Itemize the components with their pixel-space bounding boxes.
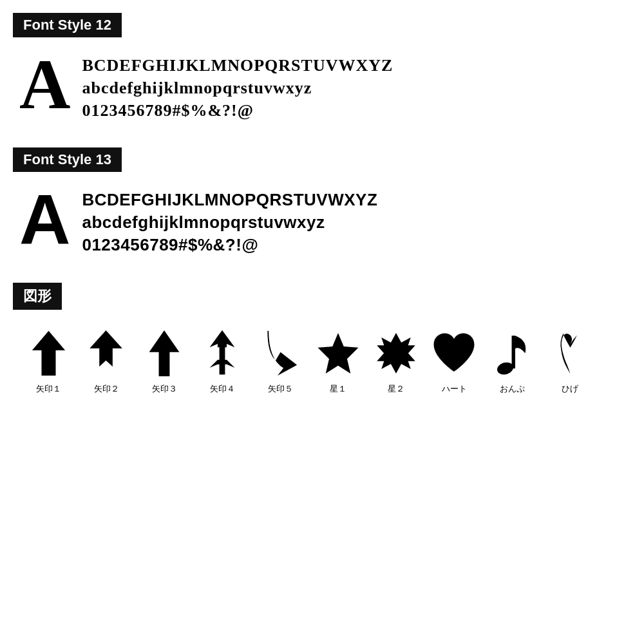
font-style-13-line3: 0123456789#$%&?!@	[82, 234, 377, 256]
shapes-badge: 図形	[13, 283, 62, 310]
shape-label-arrow2: 矢印２	[94, 383, 119, 395]
font-style-12-line3: 0123456789#$%&?!@	[82, 99, 393, 122]
shape-item-star1: 星１	[309, 328, 367, 395]
font-style-12-line2: abcdefghijklmnopqrstuvwxyz	[82, 77, 393, 99]
font-style-13-big-letter: A	[19, 184, 70, 254]
shape-label-star1: 星１	[330, 383, 346, 395]
shape-label-arrow1: 矢印１	[36, 383, 61, 395]
shape-icon-arrow4	[200, 328, 245, 379]
shape-icon-arrow3	[142, 328, 187, 379]
shape-label-arrow3: 矢印３	[152, 383, 177, 395]
shape-icon-arrow5	[258, 328, 303, 379]
font-style-12-badge: Font Style 12	[13, 13, 122, 37]
svg-marker-4	[210, 330, 235, 347]
shape-label-arrow4: 矢印４	[210, 383, 235, 395]
svg-marker-1	[90, 330, 122, 366]
font-style-13-demo: A BCDEFGHIJKLMNOPQRSTUVWXYZ abcdefghijkl…	[13, 184, 631, 256]
shape-item-arrow3: 矢印３	[135, 328, 193, 395]
font-style-12-demo: A BCDEFGHIJKLMNOPQRSTUVWXYZ abcdefghijkl…	[13, 49, 631, 122]
shapes-section: 図形 矢印１ 矢印２	[13, 283, 631, 395]
font-style-13-badge: Font Style 13	[13, 147, 122, 172]
shape-label-arrow5: 矢印５	[268, 383, 293, 395]
font-style-12-big-letter: A	[19, 49, 70, 120]
shape-label-heart: ハート	[442, 383, 467, 395]
font-style-13-chars: BCDEFGHIJKLMNOPQRSTUVWXYZ abcdefghijklmn…	[82, 184, 377, 256]
shape-item-note: おんぷ	[483, 328, 541, 395]
font-style-13-line2: abcdefghijklmnopqrstuvwxyz	[82, 211, 377, 234]
font-style-12-section: Font Style 12 A BCDEFGHIJKLMNOPQRSTUVWXY…	[13, 13, 631, 122]
shape-icon-arrow1	[26, 328, 71, 379]
svg-marker-0	[32, 331, 64, 376]
font-style-12-chars: BCDEFGHIJKLMNOPQRSTUVWXYZ abcdefghijklmn…	[82, 49, 393, 122]
shape-icon-note	[489, 328, 535, 379]
shape-icon-star2	[374, 328, 419, 379]
shape-item-star2: 星２	[367, 328, 425, 395]
shape-icon-mustache	[547, 328, 592, 379]
shapes-row: 矢印１ 矢印２ 矢印３	[13, 328, 631, 395]
shape-label-star2: 星２	[388, 383, 404, 395]
svg-marker-6	[318, 333, 359, 374]
svg-rect-10	[512, 336, 515, 368]
shape-label-mustache: ひげ	[562, 383, 578, 395]
shape-item-arrow2: 矢印２	[77, 328, 135, 395]
shape-item-mustache: ひげ	[541, 328, 599, 395]
shape-icon-arrow2	[84, 328, 129, 379]
font-style-13-line1: BCDEFGHIJKLMNOPQRSTUVWXYZ	[82, 189, 377, 211]
shape-label-note: おんぷ	[500, 383, 525, 395]
font-style-12-line1: BCDEFGHIJKLMNOPQRSTUVWXYZ	[82, 54, 393, 77]
shape-item-arrow1: 矢印１	[19, 328, 77, 395]
shape-item-arrow5: 矢印５	[251, 328, 309, 395]
shape-item-arrow4: 矢印４	[193, 328, 251, 395]
shape-icon-heart	[431, 328, 477, 379]
shape-item-heart: ハート	[425, 328, 483, 395]
shape-icon-star1	[316, 328, 361, 379]
svg-marker-2	[149, 330, 180, 376]
page: Font Style 12 A BCDEFGHIJKLMNOPQRSTUVWXY…	[0, 0, 644, 644]
font-style-13-section: Font Style 13 A BCDEFGHIJKLMNOPQRSTUVWXY…	[13, 147, 631, 256]
